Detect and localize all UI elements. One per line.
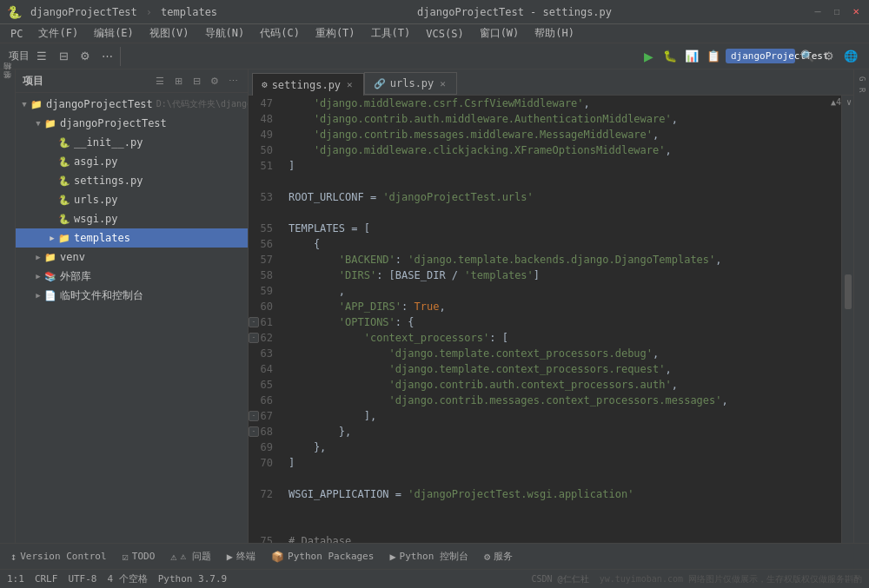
fold-68[interactable]: - bbox=[249, 426, 259, 437]
sidebar-icon-group: ☰ ⊞ ⊟ ⚙ ⋯ bbox=[152, 73, 241, 89]
menu-vcs[interactable]: VCS(S) bbox=[419, 24, 470, 43]
far-left-panel: 结构 书签 bbox=[0, 69, 16, 543]
tree-asgi[interactable]: 🐍 asgi.py bbox=[16, 152, 248, 171]
bottom-tabs: ↕ Version Control ☑ TODO ⚠ ⚠ 问题 ▶ 终端 📦 P… bbox=[0, 543, 869, 569]
maximize-button[interactable]: □ bbox=[831, 6, 843, 18]
console-icon: ▶ bbox=[389, 551, 395, 563]
tab-vcs-label: Version Control bbox=[20, 551, 106, 562]
temp-icon: 📄 bbox=[43, 288, 57, 302]
sidebar-collapse-btn[interactable]: ⊟ bbox=[189, 73, 204, 89]
sidebar-expand-btn[interactable]: ⊞ bbox=[170, 73, 186, 89]
project-dropdown[interactable]: djangoProjectTest bbox=[726, 49, 795, 63]
tab-terminal[interactable]: ▶ 终端 bbox=[220, 545, 262, 568]
tab-urls[interactable]: 🔗 urls.py ✕ bbox=[364, 72, 457, 95]
minimize-button[interactable]: ─ bbox=[812, 6, 824, 18]
fold-61[interactable]: - bbox=[249, 317, 259, 327]
tab-settings-label: settings.py bbox=[272, 79, 341, 91]
tree-external-libs[interactable]: ▶ 📚 外部库 bbox=[16, 267, 248, 286]
sidebar-more-btn[interactable]: ⋯ bbox=[225, 73, 241, 89]
tree-init[interactable]: 🐍 __init__.py bbox=[16, 133, 248, 152]
network-button[interactable]: 🌐 bbox=[841, 47, 860, 66]
git-icon[interactable]: G bbox=[858, 73, 866, 84]
review-icon[interactable]: R bbox=[858, 84, 866, 96]
window-title: djangoProjectTest - settings.py bbox=[417, 6, 612, 18]
project-label: 项目 bbox=[9, 49, 30, 63]
line-num-59: 59 bbox=[249, 283, 276, 299]
fold-62[interactable]: - bbox=[249, 333, 259, 343]
line-num-75: 75 bbox=[249, 533, 276, 543]
menu-tools[interactable]: 工具(T) bbox=[364, 24, 418, 43]
tab-problems[interactable]: ⚠ ⚠ 问题 bbox=[163, 545, 217, 568]
tab-settings[interactable]: ⚙ settings.py ✕ bbox=[252, 73, 364, 96]
status-watermark: CSDN @仁仁社 bbox=[532, 573, 589, 585]
tree-venv[interactable]: ▶ 📁 venv bbox=[16, 248, 248, 267]
tab-todo-label: TODO bbox=[132, 551, 156, 562]
tree-asgi-label: asgi.py bbox=[74, 155, 118, 168]
code-line-72: WSGI_APPLICATION = 'djangoProjectTest.ws… bbox=[282, 486, 841, 502]
line-num-51: 51 bbox=[249, 158, 276, 174]
tree-init-label: __init__.py bbox=[74, 136, 143, 149]
status-line-ending[interactable]: CRLF bbox=[35, 573, 58, 585]
structure-icon[interactable]: 结构 bbox=[2, 73, 13, 80]
menu-help[interactable]: 帮助(H) bbox=[527, 24, 581, 43]
code-content[interactable]: 'django.middleware.csrf.CsrfViewMiddlewa… bbox=[282, 96, 841, 543]
line-num-65: 65 bbox=[249, 377, 276, 393]
tree-templates[interactable]: ▶ 📁 templates bbox=[16, 228, 248, 248]
status-line-col[interactable]: 1:1 bbox=[7, 573, 24, 585]
toolbar-split-btn[interactable]: ⊟ bbox=[54, 47, 73, 66]
tab-todo[interactable]: ☑ TODO bbox=[116, 545, 163, 568]
python-file-icon: 🐍 bbox=[57, 135, 71, 149]
tree-urls[interactable]: 🐍 urls.py bbox=[16, 190, 248, 209]
code-line-66: 'django.contrib.messages.context_process… bbox=[282, 393, 841, 408]
tree-root[interactable]: ▼ 📁 djangoProjectTest D:\代码文件夹\djangoP..… bbox=[16, 95, 248, 114]
settings-tab-icon: ⚙ bbox=[262, 79, 268, 90]
toolbar-gear-btn[interactable]: ⚙ bbox=[76, 47, 95, 66]
tree-wsgi[interactable]: 🐍 wsgi.py bbox=[16, 209, 248, 228]
tab-version-control[interactable]: ↕ Version Control bbox=[3, 545, 114, 568]
coverage-button[interactable]: 📋 bbox=[704, 47, 723, 66]
arrow-icon: ▶ bbox=[33, 253, 43, 261]
debug-button[interactable]: 🐛 bbox=[660, 47, 680, 66]
menu-refactor[interactable]: 重构(T) bbox=[308, 24, 362, 43]
sidebar-layout-btn[interactable]: ☰ bbox=[152, 73, 168, 89]
code-line-54 bbox=[282, 205, 841, 221]
line-num-73 bbox=[249, 502, 276, 518]
menu-navigate[interactable]: 导航(N) bbox=[198, 24, 252, 43]
tree-external-libs-label: 外部库 bbox=[60, 269, 91, 284]
tab-services[interactable]: ⚙ 服务 bbox=[477, 545, 520, 568]
tab-urls-close[interactable]: ✕ bbox=[438, 77, 448, 90]
status-python-version[interactable]: Python 3.7.9 bbox=[158, 573, 227, 585]
fold-67[interactable]: - bbox=[249, 411, 259, 421]
code-line-49: 'django.contrib.messages.middleware.Mess… bbox=[282, 127, 841, 142]
line-num-54 bbox=[249, 205, 276, 221]
menu-code[interactable]: 代码(C) bbox=[253, 24, 307, 43]
menu-file[interactable]: 文件(F) bbox=[31, 24, 85, 43]
status-encoding[interactable]: UTF-8 bbox=[68, 573, 96, 585]
tab-settings-close[interactable]: ✕ bbox=[345, 78, 355, 91]
toolbar-dots-btn[interactable]: ⋯ bbox=[97, 47, 116, 66]
profile-button[interactable]: 📊 bbox=[682, 47, 701, 66]
menu-pc[interactable]: PC bbox=[3, 24, 30, 43]
scroll-indicator[interactable] bbox=[845, 274, 852, 309]
run-button[interactable]: ▶ bbox=[639, 47, 658, 66]
code-line-52 bbox=[282, 174, 841, 189]
tree-subfolder[interactable]: ▼ 📁 djangoProjectTest bbox=[16, 114, 248, 133]
tree-temp-label: 临时文件和控制台 bbox=[60, 288, 143, 303]
close-button[interactable]: ✕ bbox=[850, 6, 862, 18]
status-indent[interactable]: 4 个空格 bbox=[108, 572, 148, 585]
app-icon: 🐍 bbox=[7, 5, 22, 19]
tree-subfolder-label: djangoProjectTest bbox=[60, 117, 167, 129]
sidebar-settings-btn[interactable]: ⚙ bbox=[207, 73, 222, 89]
tree-temp[interactable]: ▶ 📄 临时文件和控制台 bbox=[16, 286, 248, 305]
menu-window[interactable]: 窗口(W) bbox=[473, 24, 527, 43]
search-button[interactable]: 🔍 bbox=[798, 47, 817, 66]
tab-python-console[interactable]: ▶ Python 控制台 bbox=[382, 545, 475, 568]
menu-edit[interactable]: 编辑(E) bbox=[87, 24, 141, 43]
bookmarks-icon[interactable]: 书签 bbox=[2, 82, 13, 89]
far-right-panel: G R bbox=[853, 69, 869, 543]
toolbar-layout-btn[interactable]: ☰ bbox=[32, 47, 51, 66]
menu-view[interactable]: 视图(V) bbox=[143, 24, 196, 43]
settings-button[interactable]: ⚙ bbox=[819, 47, 839, 66]
tree-settings[interactable]: 🐍 settings.py bbox=[16, 171, 248, 190]
tab-python-packages[interactable]: 📦 Python Packages bbox=[264, 545, 381, 568]
